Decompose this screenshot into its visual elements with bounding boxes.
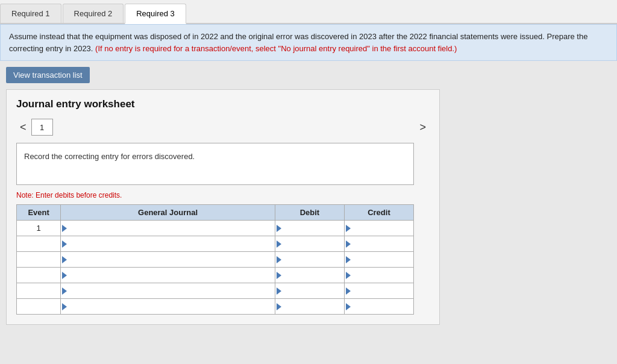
triangle-icon-credit-4 (346, 272, 351, 279)
debit-cell-6[interactable] (275, 299, 344, 315)
table-row (17, 283, 414, 299)
triangle-icon-debit-2 (277, 240, 281, 248)
credit-input-4[interactable] (352, 268, 413, 283)
triangle-icon-debit-4 (277, 272, 281, 279)
triangle-icon-credit-5 (346, 287, 351, 295)
debit-cell-3[interactable] (275, 252, 344, 268)
credit-input-3[interactable] (352, 252, 413, 267)
info-box: Assume instead that the equipment was di… (0, 24, 617, 61)
triangle-icon-gj-4 (62, 272, 67, 279)
tabs-container: Required 1 Required 2 Required 3 (0, 0, 617, 24)
triangle-icon-gj-1 (62, 225, 67, 232)
table-row: 1 (17, 221, 414, 236)
info-red-text: (If no entry is required for a transacti… (95, 44, 457, 53)
general-journal-cell-6[interactable] (61, 299, 275, 315)
triangle-icon-credit-3 (346, 256, 351, 263)
credit-input-5[interactable] (352, 283, 413, 298)
debit-input-4[interactable] (283, 268, 344, 283)
debit-cell-5[interactable] (275, 283, 344, 299)
triangle-icon-gj-2 (62, 240, 67, 248)
nav-left-arrow[interactable]: < (16, 120, 30, 135)
debit-cell-4[interactable] (275, 268, 344, 283)
tab-required-2[interactable]: Required 2 (63, 4, 124, 23)
credit-cell-3[interactable] (344, 252, 413, 268)
general-journal-cell-2[interactable] (61, 236, 275, 252)
debit-input-1[interactable] (283, 221, 344, 236)
credit-cell-5[interactable] (344, 283, 413, 299)
view-transaction-button[interactable]: View transaction list (6, 67, 90, 83)
nav-right-arrow[interactable]: > (416, 120, 430, 135)
credit-input-6[interactable] (352, 299, 413, 314)
navigation-row: < 1 > (16, 119, 430, 136)
triangle-icon-gj-5 (62, 287, 67, 295)
event-cell-2 (17, 236, 61, 252)
credit-cell-4[interactable] (344, 268, 413, 283)
note-text: Note: Enter debits before credits. (16, 191, 430, 199)
table-row (17, 268, 414, 283)
credit-input-2[interactable] (352, 236, 413, 251)
journal-table: Event General Journal Debit Credit 1 (16, 204, 414, 315)
triangle-icon-debit-3 (277, 256, 281, 263)
table-row (17, 252, 414, 268)
col-header-event: Event (17, 205, 61, 221)
credit-cell-6[interactable] (344, 299, 413, 315)
debit-cell-1[interactable] (275, 221, 344, 236)
event-cell-4 (17, 268, 61, 283)
triangle-icon-credit-6 (346, 303, 351, 310)
page-number-box: 1 (31, 119, 53, 136)
credit-cell-1[interactable] (344, 221, 413, 236)
triangle-icon-credit-2 (346, 240, 351, 248)
page-number: 1 (40, 123, 44, 132)
debit-input-5[interactable] (283, 283, 344, 298)
general-journal-input-5[interactable] (68, 283, 275, 298)
triangle-icon-credit-1 (346, 225, 351, 232)
general-journal-cell-5[interactable] (61, 283, 275, 299)
event-cell-5 (17, 283, 61, 299)
debit-input-2[interactable] (283, 236, 344, 251)
triangle-icon-gj-3 (62, 256, 67, 263)
event-cell-3 (17, 252, 61, 268)
general-journal-input-4[interactable] (68, 268, 275, 283)
triangle-icon-debit-5 (277, 287, 281, 295)
tab-required-3[interactable]: Required 3 (125, 4, 186, 24)
description-text: Record the correcting entry for errors d… (24, 152, 195, 161)
general-journal-input-1[interactable] (68, 221, 275, 236)
credit-cell-2[interactable] (344, 236, 413, 252)
col-header-credit: Credit (344, 205, 413, 221)
triangle-icon-gj-6 (62, 303, 67, 310)
general-journal-cell-4[interactable] (61, 268, 275, 283)
general-journal-cell-3[interactable] (61, 252, 275, 268)
description-box: Record the correcting entry for errors d… (16, 143, 414, 185)
debit-input-6[interactable] (283, 299, 344, 314)
table-row (17, 236, 414, 252)
worksheet-title: Journal entry worksheet (16, 98, 430, 110)
tab-required-1[interactable]: Required 1 (0, 4, 61, 23)
col-header-debit: Debit (275, 205, 344, 221)
triangle-icon-debit-6 (277, 303, 281, 310)
debit-cell-2[interactable] (275, 236, 344, 252)
general-journal-input-6[interactable] (68, 299, 275, 314)
general-journal-input-3[interactable] (68, 252, 275, 267)
event-cell-1: 1 (17, 221, 61, 236)
journal-entry-worksheet: Journal entry worksheet < 1 > Record the… (6, 89, 440, 325)
general-journal-cell-1[interactable] (61, 221, 275, 236)
triangle-icon-debit-1 (277, 225, 281, 232)
table-row (17, 299, 414, 315)
general-journal-input-2[interactable] (68, 236, 275, 251)
col-header-general-journal: General Journal (61, 205, 275, 221)
event-cell-6 (17, 299, 61, 315)
credit-input-1[interactable] (352, 221, 413, 236)
debit-input-3[interactable] (283, 252, 344, 267)
